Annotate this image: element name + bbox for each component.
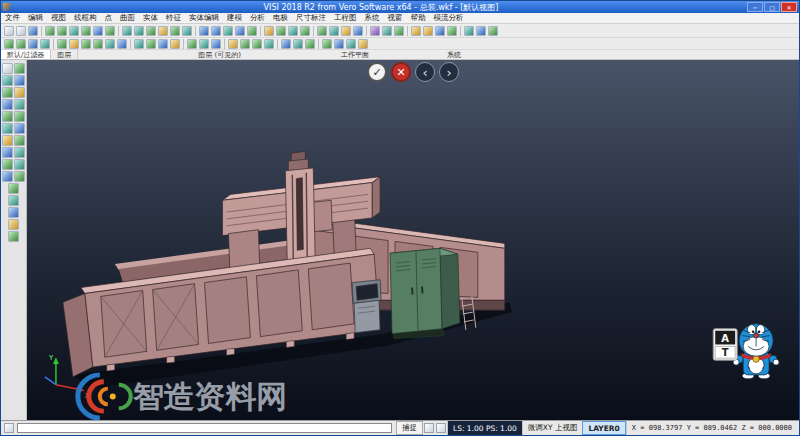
toolbar-icon[interactable]: [45, 26, 55, 36]
command-input[interactable]: [17, 423, 392, 433]
toolbar-icon[interactable]: [2, 63, 13, 74]
maximize-button[interactable]: □: [764, 2, 780, 12]
toolbar-icon[interactable]: [247, 26, 257, 36]
toolbar-icon[interactable]: [170, 26, 180, 36]
toolbar-icon[interactable]: [305, 39, 315, 49]
menu-item[interactable]: 点: [101, 13, 117, 23]
toolbar-icon[interactable]: [2, 123, 13, 134]
viewport-canvas[interactable]: Y X 智造资料网: [27, 60, 799, 420]
menu-item[interactable]: 文件: [1, 13, 24, 23]
toolbar-icon[interactable]: [358, 39, 368, 49]
menu-item[interactable]: 编辑: [24, 13, 47, 23]
toolbar-icon[interactable]: [57, 26, 67, 36]
toolbar-icon[interactable]: [2, 135, 13, 146]
toolbar-icon[interactable]: [293, 39, 303, 49]
toolbar-icon[interactable]: [476, 26, 486, 36]
toolbar-icon[interactable]: [228, 39, 238, 49]
toolbar-icon[interactable]: [28, 26, 38, 36]
menu-item[interactable]: 线框构: [70, 13, 101, 23]
toolbar-icon[interactable]: [122, 26, 132, 36]
toolbar-icon[interactable]: [57, 39, 67, 49]
toolbar-icon[interactable]: [81, 26, 91, 36]
toolbar-icon[interactable]: [211, 26, 221, 36]
toolbar-icon[interactable]: [382, 26, 392, 36]
menu-item[interactable]: 特征: [162, 13, 185, 23]
tab-layers[interactable]: 图层: [51, 50, 78, 59]
toolbar-icon[interactable]: [322, 39, 332, 49]
toolbar-icon[interactable]: [14, 135, 25, 146]
toolbar-icon[interactable]: [93, 39, 103, 49]
toolbar-icon[interactable]: [93, 26, 103, 36]
toolbar-icon[interactable]: [14, 171, 25, 182]
toolbar-icon[interactable]: [2, 111, 13, 122]
menu-item[interactable]: 电极: [269, 13, 292, 23]
toolbar-icon[interactable]: [14, 99, 25, 110]
tab-default-filter[interactable]: 默认/过滤器: [1, 50, 51, 59]
menu-item[interactable]: 分析: [246, 13, 269, 23]
toolbar-icon[interactable]: [158, 39, 168, 49]
close-button[interactable]: ✕: [781, 2, 797, 12]
toolbar-icon[interactable]: [14, 75, 25, 86]
active-layer[interactable]: LAYER0: [582, 421, 625, 435]
toolbar-icon[interactable]: [69, 26, 79, 36]
menu-item[interactable]: 实体: [139, 13, 162, 23]
toolbar-icon[interactable]: [334, 39, 344, 49]
cancel-button[interactable]: ✕: [391, 62, 411, 82]
toolbar-icon[interactable]: [288, 26, 298, 36]
toolbar-icon[interactable]: [2, 159, 13, 170]
toolbar-icon[interactable]: [187, 39, 197, 49]
operator-pendant[interactable]: [352, 280, 381, 333]
toolbar-icon[interactable]: [158, 26, 168, 36]
menu-item[interactable]: 视窗: [384, 13, 407, 23]
toolbar-icon[interactable]: [341, 26, 351, 36]
at-widget[interactable]: A T: [713, 329, 737, 360]
snap-toggle[interactable]: 捕捉: [396, 421, 423, 435]
toolbar-icon[interactable]: [199, 39, 209, 49]
toolbar-icon[interactable]: [4, 39, 14, 49]
toolbar-icon[interactable]: [370, 26, 380, 36]
toolbar-icon[interactable]: [14, 87, 25, 98]
toolbar-icon[interactable]: [40, 39, 50, 49]
toolbar-icon[interactable]: [117, 39, 127, 49]
toolbar-icon[interactable]: [14, 147, 25, 158]
toolbar-icon[interactable]: [464, 26, 474, 36]
toolbar-icon[interactable]: [276, 26, 286, 36]
toolbar-icon[interactable]: [240, 39, 250, 49]
toolbar-icon[interactable]: [28, 39, 38, 49]
toolbar-icon[interactable]: [14, 159, 25, 170]
toolbar-icon[interactable]: [264, 39, 274, 49]
toolbar-icon[interactable]: [146, 39, 156, 49]
toolbar-icon[interactable]: [8, 219, 19, 230]
toolbar-icon[interactable]: [2, 171, 13, 182]
status-icon[interactable]: [436, 423, 446, 433]
menu-item[interactable]: 工程图: [330, 13, 361, 23]
minimize-button[interactable]: ─: [747, 2, 763, 12]
menu-item[interactable]: 实体编辑: [185, 13, 223, 23]
prev-button[interactable]: ‹: [415, 62, 435, 82]
toolbar-icon[interactable]: [423, 26, 433, 36]
nudge-view-indicator[interactable]: 微调XY 上视图: [522, 421, 583, 435]
toolbar-icon[interactable]: [2, 99, 13, 110]
toolbar-icon[interactable]: [447, 26, 457, 36]
electrical-cabinet[interactable]: [390, 248, 460, 338]
next-button[interactable]: ›: [439, 62, 459, 82]
menu-item[interactable]: 帮助: [407, 13, 430, 23]
toolbar-icon[interactable]: [235, 26, 245, 36]
viewport[interactable]: Y X 智造资料网: [27, 60, 799, 420]
toolbar-icon[interactable]: [488, 26, 498, 36]
toolbar-icon[interactable]: [2, 75, 13, 86]
toolbar-icon[interactable]: [2, 147, 13, 158]
toolbar-icon[interactable]: [8, 231, 19, 242]
menu-item[interactable]: 建模: [223, 13, 246, 23]
toolbar-icon[interactable]: [317, 26, 327, 36]
menu-item[interactable]: 视图: [47, 13, 70, 23]
status-icon[interactable]: [424, 423, 434, 433]
toolbar-icon[interactable]: [411, 26, 421, 36]
toolbar-icon[interactable]: [264, 26, 274, 36]
toolbar-icon[interactable]: [81, 39, 91, 49]
toolbar-icon[interactable]: [14, 63, 25, 74]
toolbar-icon[interactable]: [353, 26, 363, 36]
toolbar-icon[interactable]: [2, 87, 13, 98]
grid-icon[interactable]: [4, 423, 14, 433]
toolbar-icon[interactable]: [329, 26, 339, 36]
